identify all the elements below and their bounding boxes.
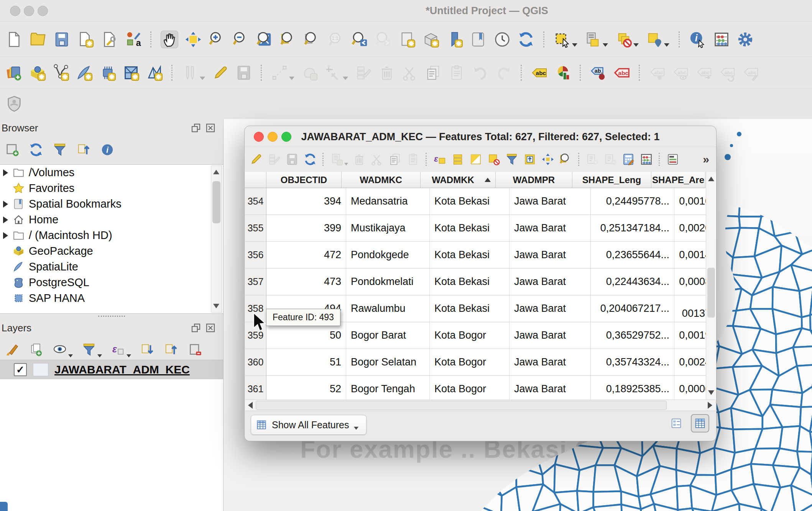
new-spatialite-layer-button[interactable] [76,64,93,82]
browser-item-spatialite[interactable]: SpatiaLite [0,259,223,275]
chevron-down-icon[interactable] [68,354,73,357]
table-row[interactable]: 357473PondokmelatiKota BekasiJawa Barat0… [245,269,715,295]
toggle-editing-button[interactable] [249,152,263,166]
table-cell[interactable]: 399 [266,215,346,241]
scroll-thumb[interactable] [707,268,715,318]
minimize-button[interactable] [24,6,34,16]
table-cell[interactable]: Mustikajaya [346,215,430,241]
table-cell[interactable]: Rawalumbu [346,295,430,322]
expand-arrow-icon[interactable] [3,216,8,223]
table-cell[interactable]: Kota Bekasi [430,215,510,241]
select-by-form-button[interactable] [505,152,519,166]
pin-labels-button[interactable]: ab [590,64,607,82]
browser-scrollbar[interactable] [211,165,222,313]
dock-table-button[interactable] [666,152,680,166]
deselect-all-button[interactable] [487,152,501,166]
table-cell[interactable]: 50 [266,322,346,349]
table-cell[interactable]: 0,22443634... [591,269,674,295]
scroll-down-icon[interactable] [708,390,714,395]
filter-browser-button[interactable] [52,142,67,157]
zoom-full-button[interactable] [256,31,273,48]
table-vertical-scrollbar[interactable] [706,172,716,400]
browser-item-macintosh-hd[interactable]: / (Macintosh HD) [0,228,223,243]
zoom-to-selection-button[interactable] [559,152,573,166]
layer-labeling-button[interactable]: abc [531,64,548,82]
scroll-down-icon[interactable] [213,304,219,308]
browser-item-favorites[interactable]: Favorites [0,180,223,196]
chevron-down-icon[interactable] [343,77,348,80]
layers-close-button[interactable] [205,322,216,334]
manage-map-themes-button[interactable] [52,342,67,357]
table-cell[interactable]: 0,35743324... [591,349,674,375]
chevron-down-icon[interactable] [344,163,348,165]
browser-item-spatial-bookmarks[interactable]: Spatial Bookmarks [0,196,223,212]
table-cell[interactable]: Kota Bekasi [430,295,510,322]
dialog-zoom-button[interactable] [281,132,291,142]
dialog-minimize-button[interactable] [268,132,278,142]
chevron-down-icon[interactable] [603,43,608,47]
table-cell[interactable]: Pondokmelati [346,269,430,295]
toolbar-overflow-button[interactable]: » [703,153,712,166]
zoom-window-button[interactable] [38,6,48,16]
statistical-summary-button[interactable] [713,31,730,48]
processing-toolbox-button[interactable] [736,31,754,48]
table-cell[interactable]: 0,18925385... [591,376,674,400]
browser-item-volumes[interactable]: /Volumes [0,165,223,180]
reload-table-button[interactable] [303,152,317,166]
refresh-map-button[interactable] [517,31,535,48]
metasearch-button[interactable] [5,95,23,113]
new-shapefile-layer-button[interactable] [52,64,70,82]
table-horizontal-scrollbar[interactable] [245,400,715,411]
form-view-toggle[interactable] [667,414,685,432]
table-cell[interactable]: Kota Bogor [430,349,510,375]
layers-float-button[interactable] [190,322,202,334]
chevron-down-icon[interactable] [633,43,639,47]
browser-item-geopackage[interactable]: GeoPackage [0,243,223,259]
table-row[interactable]: 36152Bogor TengahKota BogorJawa Barat0,1… [245,376,715,400]
browser-float-button[interactable] [190,122,202,134]
table-cell[interactable]: Jawa Barat [510,242,591,268]
column-header-wadmkc[interactable]: WADMKC [342,172,421,188]
open-layer-styling-button[interactable] [5,342,20,357]
layer-item-jawabarat-adm-kec[interactable]: ✓ JAWABARAT_ADM_KEC [0,360,223,379]
expand-arrow-icon[interactable] [3,201,8,208]
table-row[interactable]: 356472PondokgedeKota BekasiJawa Barat0,2… [245,242,715,269]
row-number-cell[interactable]: 355 [245,215,266,241]
browser-properties-button[interactable]: i [100,142,115,157]
show-spatial-bookmarks-button[interactable] [470,31,487,48]
new-print-layout-button[interactable] [77,31,94,48]
zoom-in-button[interactable] [208,31,226,48]
table-cell[interactable]: Jawa Barat [510,322,591,349]
remove-layer-button[interactable] [187,342,202,357]
save-project-button[interactable] [53,31,71,48]
chevron-down-icon[interactable] [664,43,669,47]
table-cell[interactable]: Jawa Barat [510,215,591,241]
table-cell[interactable]: Bogor Selatan [346,349,430,375]
browser-close-button[interactable] [205,122,216,134]
collapse-all-layers-button[interactable] [163,342,179,357]
filter-legend-button[interactable] [81,342,97,357]
select-all-button[interactable] [451,152,465,166]
zoom-last-button[interactable] [351,31,368,48]
row-number-cell[interactable]: 361 [245,376,266,400]
select-by-expression-button[interactable]: ε [433,152,447,166]
show-layout-manager-button[interactable] [100,31,118,48]
table-cell[interactable]: Medansatria [346,188,430,215]
conditional-formatting-button[interactable] [639,152,653,166]
deselect-features-button[interactable] [615,31,633,48]
scroll-thumb[interactable] [256,401,667,410]
pan-map-button[interactable] [161,31,178,48]
column-header-shape_are[interactable]: SHAPE_Are [651,172,705,188]
add-group-button[interactable] [28,342,44,357]
table-cell[interactable]: 472 [266,242,346,268]
select-features-by-value-button[interactable] [584,31,602,48]
layer-diagram-button[interactable] [554,64,572,82]
highlight-pinned-labels-button[interactable]: abc [613,64,631,82]
new-3d-map-view-button[interactable] [422,31,440,48]
identify-features-button[interactable]: i [689,31,707,48]
close-button[interactable] [10,6,20,16]
dialog-close-button[interactable] [254,132,264,142]
table-cell[interactable]: Kota Bogor [430,376,510,400]
table-cell[interactable]: Jawa Barat [510,269,591,295]
table-row[interactable]: 354394MedansatriaKota BekasiJawa Barat0,… [245,188,715,215]
